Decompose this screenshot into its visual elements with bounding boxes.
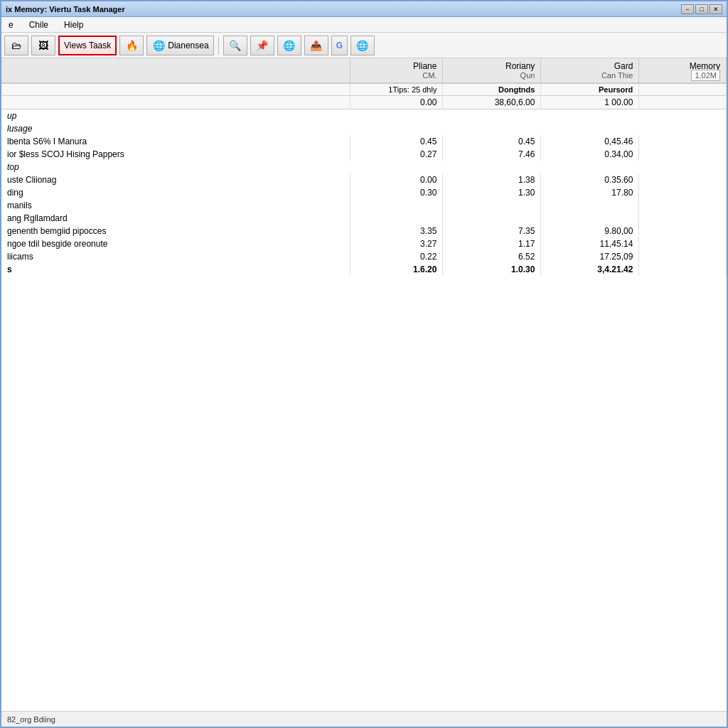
row-gard: 11,45.14 xyxy=(541,237,639,250)
table-row[interactable]: ior $less SCOJ Hising Pappers0.277.460.3… xyxy=(1,148,727,161)
close-button[interactable]: ✕ xyxy=(710,4,722,14)
table-row[interactable]: manils xyxy=(1,199,727,212)
row-memory xyxy=(639,237,727,250)
row-plane: 0.22 xyxy=(350,250,443,263)
window-title: ix Memory: Viertu Task Manager xyxy=(6,5,125,14)
plane-sub: CM. xyxy=(356,71,437,80)
toolbar-export-button[interactable]: 📤 xyxy=(304,36,328,55)
pin-icon: 📌 xyxy=(255,38,269,53)
table-row[interactable]: ngoe tdil besgide oreonute3.271.1711,45.… xyxy=(1,237,727,250)
toolbar-separator-1 xyxy=(218,37,219,54)
image-icon: 🖼 xyxy=(36,38,50,53)
folder-icon: 🗁 xyxy=(9,38,23,53)
row-name: ang Rgllamdard xyxy=(1,212,350,225)
gard-label: Gard xyxy=(547,61,633,71)
content-area: Pliane CM. Roriany Qun Gard Can Thie Mem… xyxy=(1,58,727,711)
window-controls: − □ ✕ xyxy=(681,4,722,14)
toolbar-icon2-button[interactable]: 🖼 xyxy=(31,36,55,55)
search-button[interactable]: 🔍 xyxy=(223,36,247,55)
row-name: lbenta S6% I Manura xyxy=(1,135,350,148)
google-label: G xyxy=(336,41,343,50)
row-roriany: 1.17 xyxy=(443,237,541,250)
col-roriany-header: Roriany Qun xyxy=(443,58,541,83)
row-gard: 0.34,00 xyxy=(541,148,639,161)
row-name: uste Cliionag xyxy=(1,173,350,186)
col-gard-header: Gard Can Thie xyxy=(541,58,639,83)
section-header-row: top xyxy=(1,161,727,173)
menu-item-file[interactable]: e xyxy=(4,18,18,31)
row-plane: 3.27 xyxy=(350,237,443,250)
globe3-icon: 🌐 xyxy=(355,38,370,53)
status-text: 82_org Bdiing xyxy=(7,715,55,724)
values-gard: 1 00.00 xyxy=(541,96,639,109)
row-plane: 0.30 xyxy=(350,186,443,199)
row-memory xyxy=(639,148,727,161)
toolbar-icon1-button[interactable]: 🗁 xyxy=(4,36,28,55)
values-roriany: 38,60,6.00 xyxy=(443,96,541,109)
row-gard: 0.35.60 xyxy=(541,173,639,186)
globe-icon: 🌐 xyxy=(151,38,166,53)
row-plane xyxy=(350,199,443,212)
row-memory xyxy=(639,212,727,225)
row-roriany: 1.30 xyxy=(443,186,541,199)
menu-item-chile[interactable]: Chile xyxy=(25,18,53,31)
toolbar-globe2-button[interactable]: 🌐 xyxy=(277,36,301,55)
row-name: ior $less SCOJ Hising Pappers xyxy=(1,148,350,161)
table-row[interactable]: uste Cliionag0.001.380.35.60 xyxy=(1,173,727,186)
views-task-button[interactable]: Views Taask xyxy=(58,36,117,55)
row-memory xyxy=(639,135,727,148)
subheader-name-cell xyxy=(1,83,350,96)
title-bar: ix Memory: Viertu Task Manager − □ ✕ xyxy=(1,1,727,17)
row-memory xyxy=(639,250,727,263)
row-gard: 0,45.46 xyxy=(541,135,639,148)
toolbar-globe3-button[interactable]: 🌐 xyxy=(350,36,375,55)
memory-sub: 1,02M xyxy=(645,71,720,80)
section-title: lusage xyxy=(1,122,727,135)
row-roriany: 7.35 xyxy=(443,225,541,237)
row-plane: 3.35 xyxy=(350,225,443,237)
row-name: genenth bemgiid pipocces xyxy=(1,225,350,237)
row-roriany: 6.52 xyxy=(443,250,541,263)
menu-item-hielp[interactable]: Hielp xyxy=(60,18,87,31)
row-gard: 17.25,09 xyxy=(541,250,639,263)
search-icon: 🔍 xyxy=(228,38,242,53)
roriany-label: Roriany xyxy=(449,61,535,71)
row-memory xyxy=(639,173,727,186)
main-window: ix Memory: Viertu Task Manager − □ ✕ e C… xyxy=(0,0,728,728)
row-roriany xyxy=(443,199,541,212)
row-name: liicams xyxy=(1,250,350,263)
toolbar-fire-button[interactable]: 🔥 xyxy=(119,36,144,55)
row-memory xyxy=(639,263,727,276)
google-button[interactable]: G xyxy=(331,36,348,55)
col-name-header xyxy=(1,58,350,83)
row-gard: 17.80 xyxy=(541,186,639,199)
row-plane: 1.6.20 xyxy=(350,263,443,276)
table-row[interactable]: liicams0.226.5217.25,09 xyxy=(1,250,727,263)
table-row[interactable]: lbenta S6% I Manura0.450.450,45.46 xyxy=(1,135,727,148)
dianensea-button[interactable]: 🌐 Dianensea xyxy=(146,36,213,55)
row-plane xyxy=(350,212,443,225)
menubar: e Chile Hielp xyxy=(1,17,727,33)
row-roriany: 0.45 xyxy=(443,135,541,148)
row-plane: 0.27 xyxy=(350,148,443,161)
col-memory-header: Memory 1,02M xyxy=(639,58,727,83)
values-memory-cell xyxy=(639,96,727,109)
subheader-gard-label: Peursord xyxy=(541,83,639,96)
table-row[interactable]: s1.6.201.0.303,4.21.42 xyxy=(1,263,727,276)
table-row[interactable]: genenth bemgiid pipocces3.357.359.80,00 xyxy=(1,225,727,237)
table-subheader-row: 1Tips: 25 dhly Dongtnds Peursord xyxy=(1,83,727,96)
memory-badge: 1,02M xyxy=(691,70,720,81)
row-plane: 0.45 xyxy=(350,135,443,148)
table-row[interactable]: ding0.301.3017.80 xyxy=(1,186,727,199)
table-row[interactable]: ang Rgllamdard xyxy=(1,212,727,225)
table-values-row: 0.00 38,60,6.00 1 00.00 xyxy=(1,96,727,109)
row-name: manils xyxy=(1,199,350,212)
col-plane-header: Pliane CM. xyxy=(350,58,443,83)
globe2-icon: 🌐 xyxy=(282,38,296,53)
row-name: ding xyxy=(1,186,350,199)
minimize-button[interactable]: − xyxy=(681,4,694,14)
toolbar-pin-button[interactable]: 📌 xyxy=(250,36,274,55)
gard-sub: Can Thie xyxy=(547,71,633,80)
maximize-button[interactable]: □ xyxy=(695,4,708,14)
dianensea-label: Dianensea xyxy=(168,41,208,50)
